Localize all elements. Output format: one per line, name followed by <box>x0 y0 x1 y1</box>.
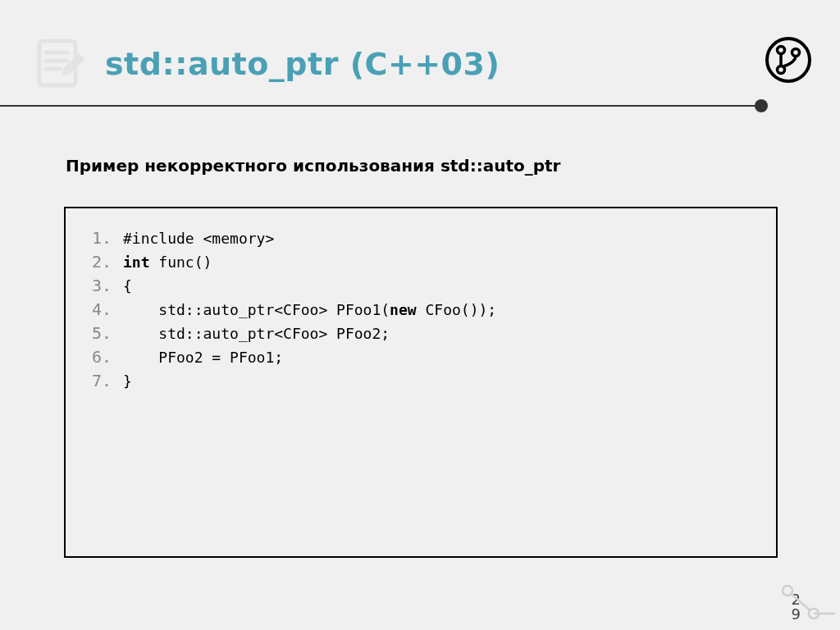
notepad-icon <box>30 33 89 95</box>
svg-point-5 <box>778 47 785 54</box>
code-text: PFoo2 = PFoo1; <box>123 346 283 369</box>
code-line: 2. int func() <box>87 250 755 274</box>
code-line: 1. #include <memory> <box>87 226 755 250</box>
code-line: 5. std::auto_ptr<CFoo> PFoo2; <box>87 322 755 345</box>
line-number: 4. <box>87 298 123 321</box>
header-divider-node <box>755 99 768 112</box>
code-line: 3. { <box>87 274 755 298</box>
line-number: 2. <box>87 250 123 273</box>
code-block: 1. #include <memory> 2. int func() 3. { … <box>64 207 778 558</box>
line-number: 3. <box>87 274 123 297</box>
svg-point-9 <box>783 586 792 596</box>
line-number: 1. <box>87 226 123 249</box>
header-divider <box>0 105 763 107</box>
slide-subtitle: Пример некорректного использования std::… <box>66 156 560 176</box>
code-line: 4. std::auto_ptr<CFoo> PFoo1(new CFoo())… <box>87 298 755 322</box>
code-text: std::auto_ptr<CFoo> PFoo2; <box>123 322 390 345</box>
svg-point-4 <box>767 39 810 81</box>
code-line: 6. PFoo2 = PFoo1; <box>87 345 755 369</box>
code-text: { <box>123 275 132 298</box>
git-branch-icon <box>765 36 812 87</box>
code-text: #include <memory> <box>123 227 274 250</box>
line-number: 5. <box>87 322 123 345</box>
svg-point-7 <box>778 66 785 74</box>
svg-point-6 <box>792 49 800 57</box>
slide: std::auto_ptr (C++03) Пример некорректно… <box>0 0 840 630</box>
footer-branch-icon <box>778 581 835 625</box>
code-line: 7. } <box>87 369 755 393</box>
slide-title: std::auto_ptr (C++03) <box>105 46 500 82</box>
line-number: 7. <box>87 369 123 392</box>
code-text: int func() <box>123 251 212 274</box>
line-number: 6. <box>87 345 123 368</box>
code-text: std::auto_ptr<CFoo> PFoo1(new CFoo()); <box>123 299 496 322</box>
code-text: } <box>123 370 132 393</box>
